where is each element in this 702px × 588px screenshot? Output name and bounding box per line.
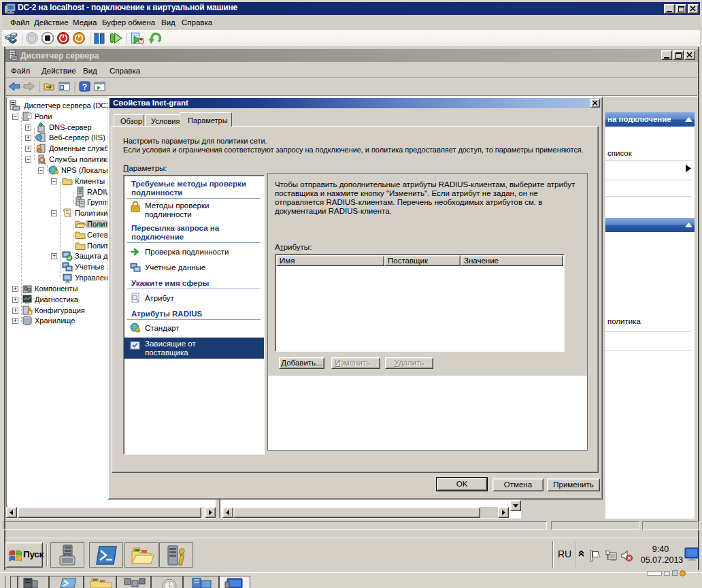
svg-text:?: ? [82, 82, 87, 92]
